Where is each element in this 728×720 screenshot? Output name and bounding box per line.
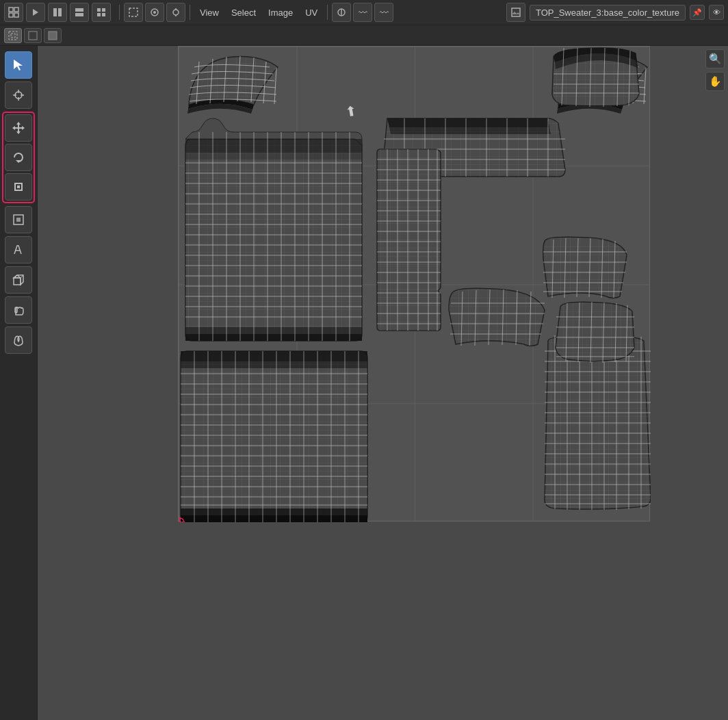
metric-button[interactable]: 〰 (353, 3, 372, 22)
move-tool-button[interactable] (5, 114, 32, 142)
uv-piece-small-arc-2 (543, 237, 627, 298)
face-mode-icon[interactable] (44, 28, 62, 43)
uv-piece-cuff-top-right (552, 48, 639, 107)
layout1-button[interactable] (48, 3, 67, 22)
waveform-button[interactable]: 〰 (374, 3, 393, 22)
svg-marker-37 (12, 126, 15, 130)
editor-type-button[interactable] (4, 3, 23, 22)
svg-rect-11 (97, 13, 101, 16)
grab-tool-button[interactable] (5, 296, 32, 324)
svg-rect-45 (14, 278, 21, 285)
select-menu[interactable]: Select (226, 5, 261, 21)
svg-rect-5 (53, 8, 57, 16)
uv-piece-top-left-sleeve (187, 56, 278, 114)
editor-icons (4, 3, 111, 22)
menu-bar: View Select Image UV 〰 〰 TOP_Sweater_3:b… (0, 0, 728, 25)
svg-rect-13 (129, 8, 138, 16)
svg-marker-4 (33, 9, 38, 16)
svg-rect-8 (75, 13, 83, 16)
sep2 (190, 5, 190, 20)
svg-rect-24 (11, 34, 15, 38)
layout2-button[interactable] (70, 3, 89, 22)
svg-marker-35 (16, 122, 21, 125)
sep1 (119, 5, 120, 20)
uv-grid: ⬆ (178, 46, 650, 522)
svg-rect-25 (29, 31, 37, 40)
view-menu[interactable]: View (194, 5, 224, 21)
svg-rect-43 (16, 218, 21, 222)
layout3-button[interactable] (92, 3, 111, 22)
viewport-right-tools: 🔍 ✋ (705, 49, 725, 91)
svg-rect-3 (14, 13, 18, 17)
main-area: ⬆ 🔍 ✋ (0, 46, 728, 720)
transform-tool-button[interactable] (5, 206, 32, 233)
transform-tool-group (2, 112, 35, 203)
svg-rect-12 (102, 13, 105, 16)
uv-mesh-svg (179, 47, 651, 522)
image-title: TOP_Sweater_3:base_color_texture (530, 5, 686, 21)
uv-piece-small-arc-1 (449, 288, 545, 346)
rotate-tool-button[interactable] (5, 144, 32, 171)
pin-icon[interactable]: 📌 (690, 5, 705, 20)
grab-cube-button[interactable] (5, 266, 32, 294)
overlay-button[interactable] (332, 3, 351, 22)
svg-rect-9 (97, 8, 101, 12)
svg-marker-38 (22, 126, 25, 130)
svg-rect-7 (75, 8, 83, 12)
pinch-tool-button[interactable] (5, 326, 32, 354)
header-icons-row (0, 25, 728, 46)
left-toolbar (0, 46, 38, 720)
svg-point-16 (173, 10, 179, 15)
svg-marker-27 (14, 60, 23, 70)
svg-rect-21 (512, 8, 520, 16)
cursor-tool-button[interactable] (5, 81, 32, 109)
image-icon[interactable] (506, 3, 525, 22)
proportional-icon[interactable] (145, 3, 164, 22)
edge-mode-icon[interactable] (24, 28, 42, 43)
overlay-icons: 〰 〰 (332, 3, 393, 22)
select-mode-icon[interactable] (124, 3, 143, 22)
uv-piece-cuff-right-mid (556, 302, 634, 363)
svg-rect-6 (58, 8, 62, 16)
svg-rect-26 (49, 31, 57, 40)
uv-menu[interactable]: UV (300, 5, 323, 21)
render-button[interactable] (26, 3, 45, 22)
scale-tool-button[interactable] (5, 173, 32, 201)
snap-icon[interactable] (166, 3, 185, 22)
svg-rect-0 (9, 8, 13, 12)
uv-piece-back-body (181, 351, 367, 522)
sep3 (327, 5, 328, 20)
svg-marker-36 (16, 131, 21, 134)
viewport-icons (124, 3, 185, 22)
zoom-to-region-button[interactable]: 🔍 (705, 49, 725, 68)
image-menu[interactable]: Image (263, 5, 298, 21)
uv-viewport[interactable]: ⬆ 🔍 ✋ (38, 46, 728, 720)
svg-rect-41 (17, 185, 20, 188)
svg-marker-22 (512, 12, 520, 14)
eye-icon[interactable]: 👁 (709, 5, 724, 20)
vertex-mode-icon[interactable] (4, 28, 22, 43)
pan-button[interactable]: ✋ (705, 72, 725, 91)
uv-piece-sleeve-body-left (377, 149, 441, 331)
svg-rect-10 (102, 8, 105, 12)
annotate-tool-button[interactable] (5, 236, 32, 263)
svg-rect-23 (9, 31, 17, 40)
svg-rect-2 (9, 13, 13, 17)
title-area: TOP_Sweater_3:base_color_texture 📌 👁 (506, 3, 724, 22)
uv-piece-front-body (185, 118, 362, 341)
select-tool-button[interactable] (5, 51, 32, 79)
svg-point-15 (153, 11, 156, 14)
svg-rect-1 (14, 8, 18, 12)
